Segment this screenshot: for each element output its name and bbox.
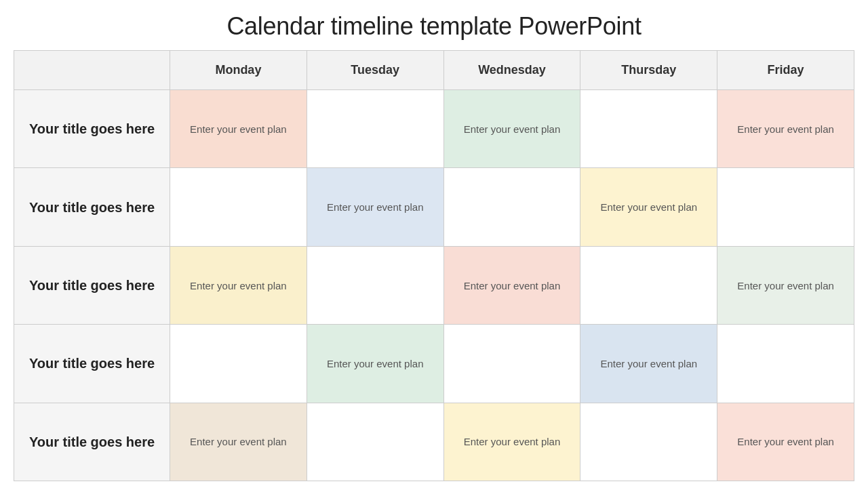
header-row: Monday Tuesday Wednesday Thursday Friday xyxy=(14,51,854,90)
page: Calendar timeline template PowerPoint Mo… xyxy=(0,0,868,488)
calendar-table: Monday Tuesday Wednesday Thursday Friday… xyxy=(14,50,854,481)
header-friday: Friday xyxy=(717,51,854,90)
header-empty-cell xyxy=(14,51,170,90)
event-cell-r1-c2[interactable] xyxy=(307,90,444,168)
event-cell-r2-c1[interactable] xyxy=(170,168,307,246)
header-wednesday: Wednesday xyxy=(444,51,581,90)
row-label-5: Your title goes here xyxy=(14,403,170,481)
row-label-4: Your title goes here xyxy=(14,325,170,403)
page-title: Calendar timeline template PowerPoint xyxy=(14,0,854,50)
row-label-3: Your title goes here xyxy=(14,247,170,325)
event-cell-r1-c1[interactable]: Enter your event plan xyxy=(170,90,307,168)
event-cell-r1-c3[interactable]: Enter your event plan xyxy=(444,90,581,168)
event-cell-r4-c3[interactable] xyxy=(444,325,581,403)
data-row-1: Your title goes hereEnter your event pla… xyxy=(14,90,854,168)
event-cell-r3-c2[interactable] xyxy=(307,247,444,325)
event-cell-r5-c2[interactable] xyxy=(307,403,444,481)
event-cell-r1-c4[interactable] xyxy=(580,90,717,168)
data-row-5: Your title goes hereEnter your event pla… xyxy=(14,403,854,481)
header-tuesday: Tuesday xyxy=(307,51,444,90)
event-cell-r4-c4[interactable]: Enter your event plan xyxy=(580,325,717,403)
event-cell-r3-c3[interactable]: Enter your event plan xyxy=(444,247,581,325)
event-cell-r2-c3[interactable] xyxy=(444,168,581,246)
event-cell-r3-c4[interactable] xyxy=(580,247,717,325)
event-cell-r4-c2[interactable]: Enter your event plan xyxy=(307,325,444,403)
header-monday: Monday xyxy=(170,51,307,90)
event-cell-r1-c5[interactable]: Enter your event plan xyxy=(717,90,854,168)
event-cell-r5-c1[interactable]: Enter your event plan xyxy=(170,403,307,481)
data-row-2: Your title goes hereEnter your event pla… xyxy=(14,168,854,246)
event-cell-r5-c3[interactable]: Enter your event plan xyxy=(444,403,581,481)
event-cell-r5-c5[interactable]: Enter your event plan xyxy=(717,403,854,481)
event-cell-r4-c1[interactable] xyxy=(170,325,307,403)
event-cell-r2-c4[interactable]: Enter your event plan xyxy=(580,168,717,246)
row-label-2: Your title goes here xyxy=(14,168,170,246)
data-row-4: Your title goes hereEnter your event pla… xyxy=(14,325,854,403)
event-cell-r2-c2[interactable]: Enter your event plan xyxy=(307,168,444,246)
event-cell-r3-c1[interactable]: Enter your event plan xyxy=(170,247,307,325)
event-cell-r2-c5[interactable] xyxy=(717,168,854,246)
event-cell-r3-c5[interactable]: Enter your event plan xyxy=(717,247,854,325)
data-row-3: Your title goes hereEnter your event pla… xyxy=(14,247,854,325)
data-rows: Your title goes hereEnter your event pla… xyxy=(14,90,854,481)
row-label-1: Your title goes here xyxy=(14,90,170,168)
header-thursday: Thursday xyxy=(580,51,717,90)
event-cell-r5-c4[interactable] xyxy=(580,403,717,481)
event-cell-r4-c5[interactable] xyxy=(717,325,854,403)
